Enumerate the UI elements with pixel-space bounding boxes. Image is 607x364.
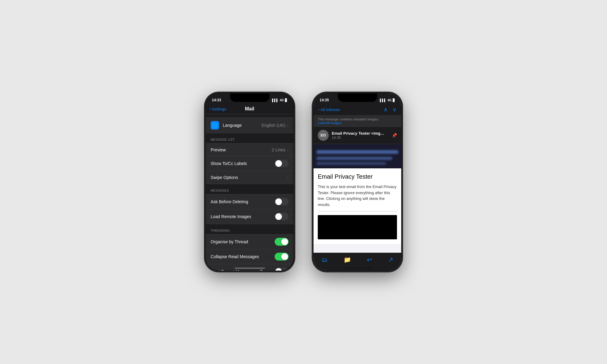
- status-icons: ▌▌▌ 4G ▊: [272, 99, 287, 102]
- preview-value: 2 Lines: [272, 147, 285, 152]
- email-divider: [318, 211, 397, 211]
- mail-nav-bar: ‹ All Inboxes ∧ ∨: [314, 104, 401, 116]
- load-remote-images-label: Load Remote Images: [211, 214, 275, 219]
- messages-header: Messages: [206, 184, 293, 194]
- message-list-header: Message List: [206, 133, 293, 143]
- language-label: Language: [223, 123, 262, 128]
- battery-icon: ▊: [285, 99, 287, 102]
- mail-body: Email Privacy Tester This is your test e…: [314, 168, 401, 244]
- email-black-image: [318, 215, 397, 239]
- ask-before-deleting-toggle[interactable]: [275, 198, 289, 206]
- mail-back-button[interactable]: ‹ All Inboxes: [318, 107, 340, 112]
- mail-banner: This message contains unloaded images. L…: [314, 116, 401, 127]
- email-time: 14:35: [332, 136, 389, 140]
- swipe-options-row[interactable]: Swipe Options ›: [206, 171, 293, 184]
- language-icon: 🌐: [211, 121, 219, 130]
- language-row[interactable]: 🌐 Language English (UK) ›: [206, 118, 293, 133]
- ask-before-deleting-row[interactable]: Ask Before Deleting: [206, 194, 293, 209]
- email-title: Email Privacy Tester: [318, 173, 397, 180]
- threading-header: Threading: [206, 224, 293, 234]
- collapse-read-toggle[interactable]: [275, 253, 289, 261]
- ask-before-deleting-label: Ask Before Deleting: [211, 199, 275, 204]
- nav-back-button[interactable]: ‹ Settings: [209, 106, 226, 111]
- phone-1: 14:33 ▌▌▌ 4G ▊ ‹ Settings Mail: [205, 93, 294, 271]
- avatar-initials: EO: [320, 133, 326, 137]
- mail-back-label: All Inboxes: [320, 107, 340, 112]
- signal-icon-2: ▌▌▌: [380, 99, 386, 102]
- network-icon-2: 4G: [388, 99, 392, 102]
- organise-by-thread-toggle[interactable]: [275, 238, 289, 246]
- notch-2: [338, 93, 377, 102]
- mail-nav-arrows: ∧ ∨: [384, 106, 396, 113]
- reply-icon[interactable]: ↩: [367, 256, 372, 263]
- nav-back-label: Settings: [212, 107, 226, 111]
- notch: [230, 93, 270, 102]
- network-icon: 4G: [280, 99, 284, 102]
- messages-group: Ask Before Deleting Load Remote Images: [206, 194, 293, 224]
- language-value: English (UK): [262, 123, 286, 128]
- archive-icon[interactable]: 🗂: [321, 256, 327, 263]
- organise-by-thread-row[interactable]: Organise by Thread: [206, 234, 293, 249]
- message-list-group: Preview 2 Lines › Show To/Cc Labels Swip…: [206, 143, 293, 184]
- scene: 14:33 ▌▌▌ 4G ▊ ‹ Settings Mail: [187, 74, 420, 290]
- email-image-placeholder: [314, 144, 401, 168]
- forward-icon[interactable]: ↗: [388, 256, 393, 263]
- status-time-2: 14:35: [320, 98, 329, 102]
- pin-icon: 📌: [392, 133, 397, 138]
- language-chevron: ›: [287, 123, 289, 128]
- nav-title: Mail: [245, 106, 254, 112]
- banner-text: This message contains unloaded images.: [318, 117, 379, 121]
- show-tocc-label: Show To/Cc Labels: [211, 161, 275, 166]
- load-remote-images-toggle[interactable]: [275, 213, 289, 221]
- email-header-row: EO Email Privacy Tester <img… 14:35 📌: [314, 127, 401, 144]
- preview-label: Preview: [211, 147, 272, 152]
- load-remote-images-row[interactable]: Load Remote Images: [206, 209, 293, 224]
- load-images-link[interactable]: Load All Images: [318, 121, 341, 125]
- signal-icon: ▌▌▌: [272, 99, 278, 102]
- blur-bar-3: [317, 162, 386, 165]
- preview-chevron: ›: [287, 147, 289, 152]
- blur-bar-1: [317, 150, 398, 154]
- email-body-text: This is your test email from the Email P…: [318, 184, 397, 207]
- home-indicator: [235, 268, 265, 269]
- nav-up-arrow[interactable]: ∧: [384, 106, 388, 113]
- back-chevron-icon: ‹: [209, 106, 211, 111]
- back-chevron-icon-2: ‹: [318, 107, 320, 112]
- battery-icon-2: ▊: [393, 99, 395, 102]
- settings-nav-bar: ‹ Settings Mail: [206, 104, 293, 114]
- collapse-read-label: Collapse Read Messages: [211, 254, 275, 259]
- sender-info: Email Privacy Tester <img… 14:35: [332, 131, 389, 140]
- nav-down-arrow[interactable]: ∨: [392, 106, 396, 113]
- sender-name: Email Privacy Tester <img…: [332, 131, 389, 136]
- folder-icon[interactable]: 📁: [344, 256, 351, 263]
- swipe-options-label: Swipe Options: [211, 175, 287, 180]
- blur-bar-2: [317, 157, 392, 160]
- phone-2: 14:35 ▌▌▌ 4G ▊ ‹ All Inboxes: [313, 93, 402, 271]
- status-icons-2: ▌▌▌ 4G ▊: [380, 99, 395, 102]
- sender-avatar: EO: [318, 130, 329, 141]
- mail-scroll-area: Email Privacy Tester This is your test e…: [314, 168, 401, 253]
- status-time: 14:33: [212, 98, 221, 102]
- swipe-chevron: ›: [287, 175, 289, 180]
- preview-row[interactable]: Preview 2 Lines ›: [206, 143, 293, 156]
- threading-group: Organise by Thread Collapse Read Message…: [206, 234, 293, 271]
- most-recent-top-label: Most Recent Message on Top: [211, 269, 275, 271]
- show-tocc-toggle[interactable]: [275, 160, 289, 167]
- show-tocc-row[interactable]: Show To/Cc Labels: [206, 156, 293, 171]
- organise-by-thread-label: Organise by Thread: [211, 239, 275, 244]
- language-group: 🌐 Language English (UK) ›: [206, 117, 293, 133]
- home-indicator-2: [342, 268, 373, 269]
- collapse-read-row[interactable]: Collapse Read Messages: [206, 249, 293, 264]
- most-recent-top-toggle[interactable]: [275, 268, 289, 271]
